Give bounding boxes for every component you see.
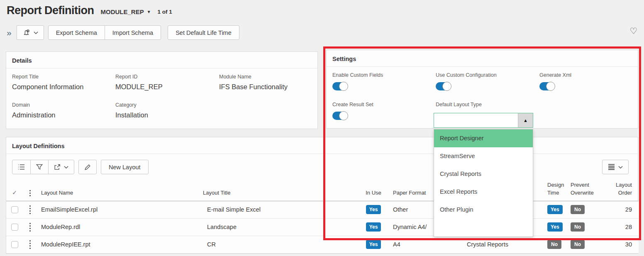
edit-button[interactable] [78, 160, 97, 174]
dropdown-option-crystal-reports[interactable]: Crystal Reports [434, 165, 533, 183]
chevron-down-icon [64, 166, 68, 169]
field-label: Category [115, 102, 219, 108]
set-default-life-time-button[interactable]: Set Default Life Time [168, 25, 239, 40]
field-category: Category Installation [115, 102, 219, 119]
generate-xml-toggle[interactable] [539, 82, 555, 90]
row-density-button[interactable] [602, 160, 629, 174]
table-row[interactable]: ModuleRep.rdl Landscape Yes Dynamic A4/ … [6, 218, 639, 236]
table-row[interactable]: EmailSimpleExcel.rpl E-mail Simple Excel… [6, 201, 639, 218]
combobox-collapse-button[interactable]: ▲ [518, 113, 533, 127]
cell-layout-name: ModuleRepIEE.rpt [37, 236, 203, 253]
toggle-label: Create Result Set [332, 102, 436, 107]
design-time-badge: Yes [547, 205, 563, 214]
layout-definitions-panel: Layout Definitions [6, 137, 638, 254]
filter-funnel-icon [36, 164, 43, 170]
layout-definitions-table: ✓ Layout Name Layout Title In Use Paper … [6, 180, 639, 254]
toggle-label: Enable Custom Fields [332, 72, 436, 78]
layout-type-dropdown-list: Report DesignerStreamServeCrystal Report… [434, 129, 533, 237]
toggle-label: Use Custom Configuration [436, 72, 539, 78]
share-export-icon [54, 164, 61, 171]
field-label: Report ID [115, 74, 219, 80]
details-panel: Details Report Title Component Informati… [6, 51, 318, 129]
row-checkbox[interactable] [11, 241, 18, 248]
chevron-down-icon [34, 31, 38, 34]
design-time-badge: Yes [547, 222, 563, 232]
page-header: Report Definition MODULE_REP ▼ 1 of 1 [7, 4, 172, 17]
field-report-title: Report Title Component Information [12, 74, 115, 91]
toggle-use-custom-configuration: Use Custom Configuration [436, 72, 539, 90]
header-layout-order[interactable]: Layout Order [602, 180, 639, 201]
filter-button[interactable] [30, 160, 49, 174]
in-use-badge: Yes [366, 240, 381, 249]
cell-layout-type: Crystal Reports [460, 236, 547, 253]
row-kebab-menu-icon[interactable] [29, 205, 31, 214]
header-layout-title[interactable]: Layout Title [203, 180, 361, 201]
settings-panel-title: Settings [327, 50, 638, 67]
expand-panel-icon[interactable]: » [7, 28, 12, 37]
cell-layout-order: 30 [602, 236, 639, 253]
dropdown-option-excel-reports[interactable]: Excel Reports [434, 183, 533, 201]
page-title: Report Definition [7, 4, 94, 17]
bell-add-button[interactable] [17, 25, 44, 40]
rows-density-icon [608, 164, 615, 170]
field-value: Installation [115, 111, 219, 119]
header-layout-name[interactable]: Layout Name [37, 180, 203, 201]
chevron-down-icon: ▼ [147, 10, 151, 14]
heart-favorite-icon[interactable]: ♡ [629, 27, 637, 35]
chevron-down-icon [618, 166, 623, 169]
dropdown-option-streamserve[interactable]: StreamServe [434, 147, 533, 165]
new-layout-button[interactable]: New Layout [101, 160, 149, 174]
export-schema-button[interactable]: Export Schema [48, 25, 105, 40]
cell-layout-name: EmailSimpleExcel.rpl [37, 201, 203, 218]
field-domain: Domain Administration [12, 102, 115, 119]
header-in-use[interactable]: In Use [361, 180, 386, 201]
import-schema-button[interactable]: Import Schema [105, 25, 161, 40]
row-kebab-menu-icon[interactable] [29, 240, 31, 249]
field-report-id: Report ID MODULE_REP [115, 74, 219, 91]
action-toolbar: » Export Schema Import Schema Set Defaul… [7, 25, 239, 40]
record-pager: 1 of 1 [158, 9, 172, 15]
field-value: Component Information [12, 83, 115, 91]
details-panel-title: Details [6, 52, 317, 68]
layout-definitions-title: Layout Definitions [6, 137, 638, 154]
default-layout-type-input[interactable] [434, 113, 518, 127]
cell-layout-order: 28 [602, 218, 639, 236]
field-module-name: Module Name IFS Base Functionality [219, 74, 312, 91]
select-all-check-icon[interactable]: ✓ [12, 189, 17, 196]
table-row[interactable]: ModuleRepIEE.rpt CR Yes A4 Crystal Repor… [6, 236, 639, 253]
record-id: MODULE_REP [100, 8, 144, 15]
record-selector[interactable]: MODULE_REP ▼ [100, 8, 151, 15]
cell-paper-format: A4 [386, 236, 460, 253]
design-time-badge: No [547, 240, 561, 249]
list-view-button[interactable] [12, 160, 31, 174]
cell-layout-title: Landscape [203, 218, 361, 236]
dropdown-option-other-plugin[interactable]: Other Plugin [434, 201, 533, 219]
prevent-overwrite-badge: No [571, 205, 585, 214]
row-checkbox[interactable] [11, 224, 18, 231]
row-checkbox[interactable] [11, 206, 18, 213]
toggle-create-result-set: Create Result Set [332, 102, 436, 120]
dropdown-option-report-designer[interactable]: Report Designer [434, 129, 533, 147]
share-export-button[interactable] [48, 160, 74, 174]
enable-custom-fields-toggle[interactable] [332, 82, 348, 90]
table-tools-group [12, 160, 74, 174]
list-icon [18, 164, 25, 170]
layout-definitions-toolbar: New Layout [12, 160, 632, 174]
in-use-badge: Yes [366, 205, 381, 214]
header-kebab-menu-icon[interactable] [29, 190, 31, 196]
default-layout-type-combobox[interactable]: ▲ [434, 113, 533, 128]
triangle-up-icon: ▲ [523, 118, 528, 123]
header-design-time[interactable]: Design Time [547, 180, 571, 201]
use-custom-configuration-toggle[interactable] [436, 82, 451, 90]
table-header-row: ✓ Layout Name Layout Title In Use Paper … [6, 180, 639, 201]
notification-button-group [17, 25, 44, 40]
field-label: Default Layout Type [436, 102, 539, 107]
prevent-overwrite-badge: No [571, 222, 585, 232]
schema-button-group: Export Schema Import Schema [48, 25, 161, 40]
header-prevent-overwrite[interactable]: Prevent Overwrite [571, 180, 602, 201]
cell-layout-order: 29 [602, 201, 639, 218]
row-kebab-menu-icon[interactable] [29, 223, 31, 232]
field-label: Domain [12, 102, 115, 108]
create-result-set-toggle[interactable] [332, 112, 348, 120]
bell-add-icon [22, 29, 30, 37]
